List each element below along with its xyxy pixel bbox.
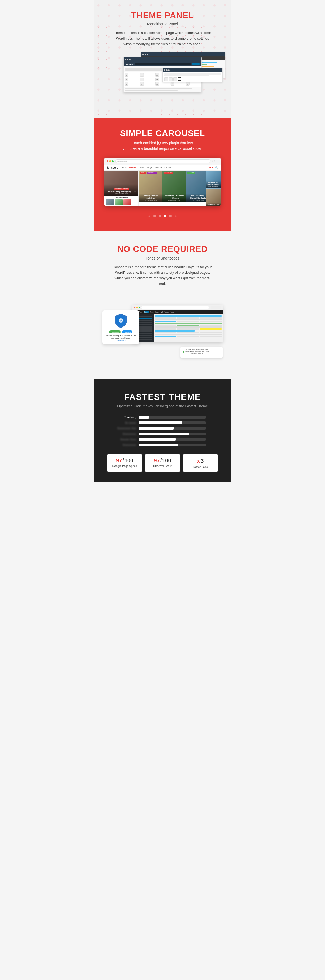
slide-image-2: ADVENTURE Adventure – In Searchof Warrio… <box>162 171 186 202</box>
admin-table-row <box>155 328 221 330</box>
nocode-title: NO CODE REQUIRED <box>102 244 223 254</box>
browser-icon-dot <box>212 160 215 162</box>
shield-icon-area: ✓ Protected ✓ Updated Secured hosting. Y… <box>105 313 137 342</box>
slide-author-1: by Christian Slain <box>140 200 161 201</box>
theme-screenshots: Tonsberg <box>102 52 223 110</box>
admin-cell <box>177 336 199 337</box>
admin-main-content <box>153 314 223 342</box>
theme-panel-description: Theme options is a custom admin page whi… <box>112 30 213 47</box>
popular-item-2 <box>115 199 123 205</box>
side-title-1: Genghis Khan: Journey through the...mmad… <box>207 182 220 188</box>
nav-item-features: Features <box>129 167 136 169</box>
gtmetrix-number: 97 <box>154 458 159 464</box>
side-overlay-1: Genghis Khan: Journey through the...mmad… <box>206 181 221 188</box>
speed-bar-container-5 <box>139 438 206 441</box>
shield-card: ✓ Protected ✓ Updated Secured hosting. Y… <box>102 310 139 344</box>
admin-cell <box>200 332 221 333</box>
icon-cell: ⊡ <box>140 78 144 81</box>
admin-cell <box>155 328 177 330</box>
nav-item-contact: Contact <box>165 167 171 169</box>
fastest-description: Optimized Code makes Tonsberg one of the… <box>102 404 223 408</box>
admin-content-row <box>155 319 221 320</box>
faster-score: x 3 <box>187 458 213 465</box>
browser-bar: tonsberg.com <box>104 158 221 165</box>
admin-browser-close <box>134 307 135 308</box>
notification-dot <box>183 351 184 353</box>
search-icon: 🔍 <box>215 166 218 169</box>
theme-panel-subtitle: Modeltheme Panel <box>102 22 223 26</box>
admin-cell <box>177 321 199 322</box>
gtmetrix-divider: / <box>160 458 162 464</box>
theme-panel-section: THEME PANEL Modeltheme Panel Theme optio… <box>94 0 231 118</box>
slide-label-travel: TRAVEL <box>140 172 147 174</box>
slide-image-3: FEATURE The True Story –Sacred Highlands… <box>186 171 206 202</box>
featured-author: by Christian Slain <box>106 192 137 194</box>
speed-label-5: Xxxxxx Xxxx <box>112 438 136 441</box>
shield-link[interactable]: Learn more → <box>116 340 126 342</box>
carousel-dot-4[interactable] <box>169 215 172 217</box>
gtmetrix-score: 97 / 100 <box>149 458 176 464</box>
shield-badge-row: ✓ Protected ✓ Updated <box>109 331 132 333</box>
popular-title: Popular Stories <box>106 197 137 199</box>
icon-cell: ■ <box>170 82 174 86</box>
hearts-icon: ♥ ♥ <box>209 166 213 169</box>
speed-row-tonsberg: Tonsberg <box>112 416 213 419</box>
admin-browser-bar <box>132 305 223 310</box>
featured-article: THE TRUE STORY The True Story – Long Dra… <box>104 171 139 196</box>
admin-cell <box>200 317 221 318</box>
admin-cell <box>177 332 199 333</box>
carousel-prev-arrow[interactable]: « <box>148 214 151 218</box>
admin-body <box>132 314 223 342</box>
faster-multiplier-num: 3 <box>201 458 204 465</box>
admin-content-row <box>155 330 195 331</box>
shield-icon <box>114 313 127 329</box>
tonsberg-logo: tonsberg <box>107 166 118 169</box>
admin-cell <box>200 336 221 337</box>
admin-mockup: ✓ Protected ✓ Updated Secured hosting. Y… <box>102 294 223 368</box>
speed-row-3: Xxxxxxxxx Xxx <box>112 427 213 430</box>
speed-label-3: Xxxxxxxxx Xxx <box>112 427 136 430</box>
speed-row-5: Xxxxxx Xxxx <box>112 438 213 441</box>
speed-bar-tonsberg <box>139 416 149 418</box>
notification-row-1: A great notification! Share yourtheme wi… <box>183 348 221 355</box>
carousel-dot-2[interactable] <box>159 215 161 217</box>
carousel-dot-3[interactable] <box>164 215 166 217</box>
speed-row-6: Xxxxxxxxx <box>112 444 213 447</box>
admin-table-row <box>155 332 221 333</box>
gtmetrix-total: 100 <box>162 458 171 464</box>
admin-cell <box>155 325 177 326</box>
score-card-gtmetrix: 97 / 100 Gtmetrix Score <box>145 454 180 471</box>
fastest-section: FASTEST THEME Optimized Code makes Tonsb… <box>94 379 231 482</box>
carousel-slide-2: ADVENTURE Adventure – In Searchof Warrio… <box>162 171 186 206</box>
pagespeed-label: Google Page Speed <box>112 465 138 468</box>
carousel-right-panel: Genghis Khan: Journey through the...mmad… <box>206 171 221 206</box>
speed-bar-container <box>139 416 206 418</box>
admin-nav-media: Media <box>149 311 155 313</box>
speed-label-tonsberg: Tonsberg <box>112 416 136 419</box>
popular-section: Popular Stories <box>104 196 139 206</box>
score-cards: 97 / 100 Google Page Speed 97 / 100 Gtme… <box>107 454 218 471</box>
side-title-2: Sacred Journey <box>207 204 220 205</box>
admin-content-row <box>155 334 221 335</box>
score-card-pagespeed: 97 / 100 Google Page Speed <box>107 454 142 471</box>
slide-overlay-2: Adventure – In Searchof Warriors by Chri… <box>162 194 186 202</box>
admin-nav-tools: Tools <box>170 311 175 313</box>
admin-cell <box>177 328 199 330</box>
speed-bar-2 <box>139 422 182 424</box>
admin-cell <box>200 321 221 322</box>
admin-content-row <box>155 323 221 324</box>
side-overlay-2: Sacred Journey <box>206 203 221 206</box>
slide-labels-1: TRAVEL ADVENTURE <box>140 172 157 174</box>
popular-item-1 <box>106 199 114 205</box>
carousel-next-arrow[interactable]: » <box>174 214 177 218</box>
carousel-dot-1[interactable] <box>153 215 156 217</box>
speed-bar-6 <box>139 444 178 446</box>
speed-comparison: Tonsberg Xx xxxxx Xxxxxxxxx Xxx Xxxxxxxx… <box>112 416 213 447</box>
admin-cell-highlight <box>155 321 177 322</box>
admin-content-row <box>155 315 221 317</box>
carousel-left-panel: THE TRUE STORY The True Story – Long Dra… <box>104 171 139 206</box>
fastest-title: FASTEST THEME <box>102 392 223 402</box>
nav-item-lifestyle: Lifestyle <box>146 167 153 169</box>
admin-cell-highlight <box>155 336 177 337</box>
admin-browser-url <box>141 306 209 309</box>
